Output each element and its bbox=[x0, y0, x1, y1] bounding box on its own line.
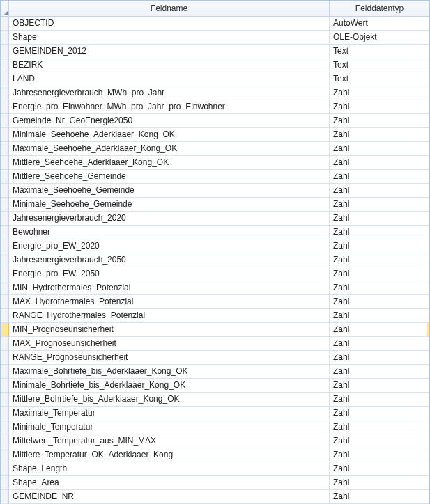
fieldname-cell[interactable]: Jahresenergieverbrauch_MWh_pro_Jahr bbox=[9, 86, 330, 100]
fieldname-cell[interactable]: Minimale_Temperatur bbox=[9, 420, 330, 434]
datatype-cell[interactable]: Zahl bbox=[330, 295, 429, 308]
fieldname-cell[interactable]: Bewohner bbox=[9, 226, 330, 239]
datatype-cell[interactable]: Zahl bbox=[330, 212, 429, 225]
table-row[interactable]: Shape_LengthZahl bbox=[1, 462, 429, 476]
datatype-cell[interactable]: Zahl bbox=[330, 434, 429, 448]
fieldname-cell[interactable]: MAX_Hydrothermales_Potenzial bbox=[9, 295, 330, 308]
row-selector[interactable] bbox=[1, 100, 9, 113]
datatype-cell[interactable]: Zahl bbox=[330, 226, 429, 239]
row-selector[interactable] bbox=[1, 393, 9, 406]
row-selector[interactable] bbox=[1, 45, 9, 58]
table-row[interactable]: Energie_pro_EW_2050Zahl bbox=[1, 267, 429, 281]
row-selector[interactable] bbox=[1, 156, 9, 169]
fieldname-cell[interactable]: GEMEINDE_NR bbox=[9, 490, 330, 503]
select-all-corner[interactable] bbox=[1, 1, 9, 16]
row-selector[interactable] bbox=[1, 490, 9, 503]
table-row[interactable]: Mittlere_Bohrtiefe_bis_Aderklaaer_Kong_O… bbox=[1, 393, 429, 407]
table-row[interactable]: RANGE_PrognoseunsicherheitZahl bbox=[1, 351, 429, 365]
table-row[interactable]: Jahresenergieverbrauch_MWh_pro_JahrZahl bbox=[1, 86, 429, 100]
fieldname-cell[interactable]: Maximale_Bohrtiefe_bis_Aderklaaer_Kong_O… bbox=[9, 365, 330, 378]
fieldname-cell[interactable]: Energie_pro_Einwohner_MWh_pro_Jahr_pro_E… bbox=[9, 100, 330, 113]
fieldname-cell[interactable]: Gemeinde_Nr_GeoEnergie2050 bbox=[9, 114, 330, 127]
fieldname-cell[interactable]: Minimale_Seehoehe_Gemeinde bbox=[9, 198, 330, 211]
row-selector[interactable] bbox=[1, 365, 9, 378]
fieldname-cell[interactable]: Mittlere_Seehoehe_Gemeinde bbox=[9, 170, 330, 183]
row-selector[interactable] bbox=[1, 72, 9, 86]
table-row[interactable]: Shape_AreaZahl bbox=[1, 476, 429, 490]
fieldname-cell[interactable]: RANGE_Prognoseunsicherheit bbox=[9, 351, 330, 364]
fieldname-cell[interactable]: Minimale_Bohrtiefe_bis_Aderklaaer_Kong_O… bbox=[9, 379, 330, 392]
fieldname-cell[interactable]: MAX_Prognoseunsicherheit bbox=[9, 337, 330, 350]
datatype-cell[interactable]: Zahl bbox=[330, 365, 429, 378]
fieldname-cell[interactable]: Minimale_Seehoehe_Aderklaaer_Kong_OK bbox=[9, 128, 330, 141]
fieldname-cell[interactable]: Maximale_Seehoehe_Gemeinde bbox=[9, 184, 330, 197]
datatype-cell[interactable]: Zahl bbox=[330, 239, 429, 253]
row-selector[interactable] bbox=[1, 379, 9, 392]
datatype-cell[interactable]: Zahl bbox=[330, 170, 429, 183]
datatype-cell[interactable]: Text bbox=[330, 72, 429, 86]
fieldname-cell[interactable]: Mittlere_Bohrtiefe_bis_Aderklaaer_Kong_O… bbox=[9, 393, 330, 406]
datatype-cell[interactable]: Zahl bbox=[330, 184, 429, 197]
row-selector[interactable] bbox=[1, 198, 9, 211]
table-row[interactable]: Energie_pro_EW_2020Zahl bbox=[1, 239, 429, 253]
datatype-cell[interactable]: AutoWert bbox=[330, 17, 429, 30]
datatype-cell[interactable]: Zahl bbox=[330, 198, 429, 211]
datatype-cell[interactable]: Zahl bbox=[330, 393, 429, 406]
row-selector[interactable] bbox=[1, 31, 9, 44]
datatype-cell[interactable]: Zahl bbox=[330, 114, 429, 127]
table-row[interactable]: Mittlere_Seehoehe_GemeindeZahl bbox=[1, 170, 429, 184]
fieldname-cell[interactable]: Maximale_Temperatur bbox=[9, 407, 330, 420]
fieldname-cell[interactable]: Mittlere_Temperatur_OK_Aderklaaer_Kong bbox=[9, 448, 330, 462]
table-row[interactable]: Mittlere_Seehoehe_Aderklaaer_Kong_OKZahl bbox=[1, 156, 429, 170]
table-row[interactable]: Minimale_Bohrtiefe_bis_Aderklaaer_Kong_O… bbox=[1, 379, 429, 393]
row-selector[interactable] bbox=[1, 309, 9, 322]
datatype-cell[interactable]: Zahl bbox=[330, 100, 429, 113]
datatype-cell[interactable]: Zahl bbox=[330, 337, 429, 350]
table-row[interactable]: Jahresenergieverbrauch_2020Zahl bbox=[1, 212, 429, 226]
row-selector[interactable] bbox=[1, 420, 9, 434]
datatype-cell[interactable]: Zahl bbox=[330, 476, 429, 489]
table-row[interactable]: MIN_PrognoseunsicherheitZahl bbox=[1, 323, 429, 337]
table-row[interactable]: GEMEINDEN_2012Text bbox=[1, 45, 429, 58]
table-row[interactable]: Maximale_Seehoehe_GemeindeZahl bbox=[1, 184, 429, 198]
datatype-cell[interactable]: Zahl bbox=[330, 420, 429, 434]
datatype-cell[interactable]: Zahl bbox=[330, 490, 429, 503]
row-selector[interactable] bbox=[1, 351, 9, 364]
datatype-cell[interactable]: Zahl bbox=[330, 128, 429, 141]
table-row[interactable]: LANDText bbox=[1, 72, 429, 86]
table-row[interactable]: Energie_pro_Einwohner_MWh_pro_Jahr_pro_E… bbox=[1, 100, 429, 114]
row-selector[interactable] bbox=[1, 128, 9, 141]
row-selector[interactable] bbox=[1, 448, 9, 462]
table-row[interactable]: GEMEINDE_NRZahl bbox=[1, 490, 429, 504]
datatype-cell[interactable]: Zahl bbox=[330, 142, 429, 155]
datatype-cell[interactable]: Zahl bbox=[330, 281, 429, 294]
table-row[interactable]: Minimale_TemperaturZahl bbox=[1, 420, 429, 434]
table-row[interactable]: MAX_Hydrothermales_PotenzialZahl bbox=[1, 295, 429, 309]
row-selector[interactable] bbox=[1, 17, 9, 30]
datatype-cell[interactable]: Zahl bbox=[330, 407, 429, 420]
fieldname-cell[interactable]: MIN_Prognoseunsicherheit bbox=[9, 323, 330, 336]
table-row[interactable]: Minimale_Seehoehe_GemeindeZahl bbox=[1, 198, 429, 212]
table-row[interactable]: Maximale_Bohrtiefe_bis_Aderklaaer_Kong_O… bbox=[1, 365, 429, 379]
row-selector[interactable] bbox=[1, 142, 9, 155]
datatype-cell[interactable]: Zahl bbox=[330, 309, 429, 322]
fieldname-cell[interactable]: OBJECTID bbox=[9, 17, 330, 30]
header-fieldname[interactable]: Feldname bbox=[9, 1, 330, 16]
datatype-cell[interactable]: Text bbox=[330, 58, 429, 72]
row-selector[interactable] bbox=[1, 114, 9, 127]
row-selector[interactable] bbox=[1, 462, 9, 475]
datatype-cell[interactable]: OLE-Objekt bbox=[330, 31, 429, 44]
datatype-cell[interactable]: Zahl bbox=[330, 86, 429, 100]
fieldname-cell[interactable]: Energie_pro_EW_2020 bbox=[9, 239, 330, 253]
datatype-cell[interactable]: Zahl bbox=[330, 379, 429, 392]
table-row[interactable]: Gemeinde_Nr_GeoEnergie2050Zahl bbox=[1, 114, 429, 128]
row-selector[interactable] bbox=[1, 434, 9, 448]
row-selector[interactable] bbox=[1, 267, 9, 281]
table-row[interactable]: ShapeOLE-Objekt bbox=[1, 31, 429, 45]
datatype-cell[interactable]: Zahl bbox=[330, 462, 429, 475]
fieldname-cell[interactable]: Jahresenergieverbrauch_2020 bbox=[9, 212, 330, 225]
fieldname-cell[interactable]: BEZIRK bbox=[9, 58, 330, 72]
datatype-cell[interactable]: Zahl bbox=[330, 156, 429, 169]
row-selector[interactable] bbox=[1, 337, 9, 350]
row-selector[interactable] bbox=[1, 253, 9, 267]
